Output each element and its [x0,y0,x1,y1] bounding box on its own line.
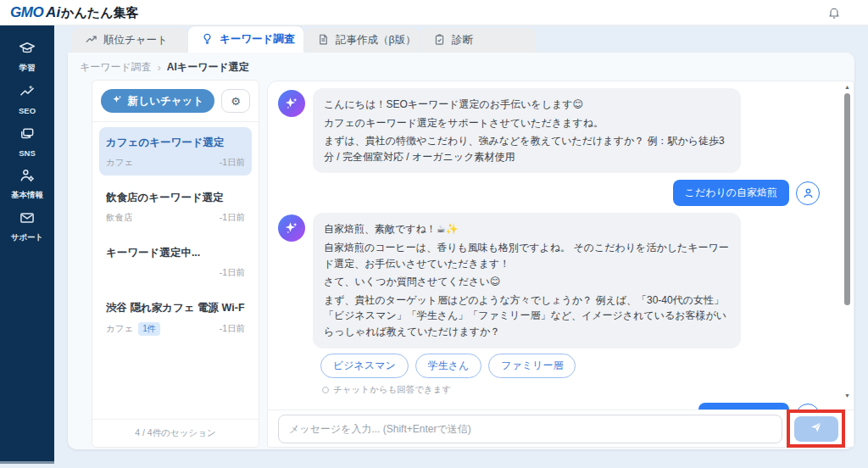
trend-sparkle-icon [19,83,36,103]
ai-avatar-sparkle-icon [278,90,305,117]
breadcrumb-parent[interactable]: キーワード調査 [80,60,152,75]
message-paragraph: 自家焙煎のコーヒーは、香りも風味も格別ですよね。 そのこだわりを活かしたキーワー… [324,240,730,271]
user-message: こだわりの自家焙煎 [278,180,820,206]
hint-circle-icon [322,387,329,393]
document-icon [317,33,330,48]
clipboard-check-icon [433,33,446,48]
user-message-bubble: 30-40代の女性 [698,403,789,410]
settings-gear-icon[interactable]: ⚙ [221,89,250,113]
sidebar-item-label: サポート [11,232,44,243]
top-header-bar: GMO Ai かんたん集客 [0,0,868,25]
session-title: キーワード選定中... [106,246,245,260]
session-tag: 飲食店 [106,212,133,224]
app-logo: GMO Ai かんたん集客 [10,4,139,21]
trend-chart-icon [85,33,97,48]
message-paragraph: こんにちは！SEOキーワード選定のお手伝いをします😊 [324,97,730,113]
sidebar-item-label: SEO [19,106,36,115]
session-time: -1日前 [220,323,245,335]
mail-icon [19,209,36,230]
session-list-header: 新しいチャット ⚙ [92,81,259,121]
notification-bell-icon[interactable] [827,6,841,20]
session-time: -1日前 [220,267,245,279]
sidebar-item-seo[interactable]: SEO [0,78,54,120]
breadcrumb-separator: › [158,62,161,74]
ai-message: 自家焙煎、素敵ですね！☕✨ 自家焙煎のコーヒーは、香りも風味も格別ですよね。 そ… [278,213,842,348]
suggestion-chip-student[interactable]: 学生さん [415,354,482,378]
main-tab-bar: 順位チャート キーワード調査 記事作成（β版） 診断 [72,26,536,53]
session-item-cafe-selected[interactable]: カフェのキーワード選定 カフェ -1日前 [99,127,252,176]
content-card: キーワード調査 › AIキーワード選定 新しいチャット ⚙ カフェのキーワード選… [68,53,854,449]
message-input[interactable] [278,415,782,443]
tab-label: 順位チャート [103,33,168,47]
send-button[interactable] [794,416,838,442]
chat-panel: こんにちは！SEOキーワード選定のお手伝いをします😊 カフェのキーワード選定をサ… [267,81,854,448]
app-window: GMO Ai かんたん集客 学習 SEO SNS 基本情報 サポート [0,0,868,468]
session-item-shibuya[interactable]: 渋谷 隠れ家カフェ 電源 Wi-Fi カフェ 1件 -1日前 [99,292,252,343]
chat-message-area: こんにちは！SEOキーワード選定のお手伝いをします😊 カフェのキーワード選定をサ… [268,81,842,410]
hint-text: チャットからも回答できます [333,384,451,396]
lightbulb-icon [201,32,214,47]
paper-plane-icon [810,421,823,437]
ai-message: こんにちは！SEOキーワード選定のお手伝いをします😊 カフェのキーワード選定をサ… [278,88,842,173]
message-paragraph: カフェのキーワード選定をサポートさせていただきますね。 [324,115,730,131]
session-list-panel: 新しいチャット ⚙ カフェのキーワード選定 カフェ -1日前 飲食店のキーワード… [92,80,259,448]
session-item-restaurant[interactable]: 飲食店のキーワード選定 飲食店 -1日前 [99,182,252,231]
logo-gmo-text: GMO [10,4,43,21]
sidebar-item-label: SNS [19,148,36,158]
tab-article-creation[interactable]: 記事作成（β版） [304,28,420,53]
ai-message-bubble: こんにちは！SEOキーワード選定のお手伝いをします😊 カフェのキーワード選定をサ… [313,88,741,173]
graduation-cap-icon [19,40,36,60]
session-item-in-progress[interactable]: キーワード選定中... -1日前 [99,237,252,286]
tab-label: 診断 [452,33,473,47]
session-count-footer: 4 / 4件のセッション [92,419,259,447]
sidebar-nav: 学習 SEO SNS 基本情報 サポート [0,25,54,461]
tab-diagnosis[interactable]: 診断 [420,28,536,53]
message-paragraph: さて、いくつか質問させてください😊 [324,274,730,290]
message-paragraph: まずは、貴社の特徴やこだわり、強みなどを教えていただけますか？ 例：駅から徒歩3… [324,133,730,164]
ai-message-bubble: 自家焙煎、素敵ですね！☕✨ 自家焙煎のコーヒーは、香りも風味も格別ですよね。 そ… [313,213,741,348]
scrollbar-up-arrow[interactable]: ▲ [843,84,851,91]
suggestion-chip-family[interactable]: ファミリー層 [488,354,576,378]
user-message-bubble: こだわりの自家焙煎 [673,180,789,206]
sidebar-item-label: 学習 [19,63,36,74]
window-bottom-edge [0,461,54,464]
session-title: 渋谷 隠れ家カフェ 電源 Wi-Fi [106,301,245,315]
send-button-area [794,416,838,442]
user-avatar-icon [796,181,820,205]
chat-scrollbar[interactable]: ▲ ▼ [843,84,851,399]
session-list: カフェのキーワード選定 カフェ -1日前 飲食店のキーワード選定 飲食店 -1日… [92,122,259,354]
session-time: -1日前 [220,212,245,224]
session-tag: カフェ [106,323,133,335]
tab-keyword-research[interactable]: キーワード調査 [188,26,303,53]
ai-avatar-sparkle-icon [278,214,305,242]
new-chat-label: 新しいチャット [128,94,203,109]
logo-ai-text: Ai [46,4,60,21]
user-message: 30-40代の女性 [278,403,820,410]
chat-bubbles-icon [19,125,36,146]
session-title: 飲食店のキーワード選定 [106,191,245,205]
sidebar-item-basic-info[interactable]: 基本情報 [0,163,54,205]
user-avatar-icon [796,404,820,410]
sidebar-item-support[interactable]: サポート [0,205,54,248]
breadcrumb-current: AIキーワード選定 [167,60,249,75]
message-input-bar [268,410,854,447]
tab-rank-chart[interactable]: 順位チャート [72,28,187,53]
logo-suffix-text: かんたん集客 [61,5,138,21]
sidebar-item-label: 基本情報 [11,190,43,201]
new-chat-button[interactable]: 新しいチャット [101,89,214,113]
scrollbar-down-arrow[interactable]: ▼ [843,393,851,399]
sidebar-item-sns[interactable]: SNS [0,120,54,163]
message-paragraph: まず、貴社のターゲット層はどのような方々でしょうか？ 例えば、「30-40代の女… [324,292,730,340]
tab-label: キーワード調査 [220,32,294,47]
sidebar-item-learning[interactable]: 学習 [0,36,54,78]
gear-glyph: ⚙ [231,95,241,108]
suggestion-chip-businessman[interactable]: ビジネスマン [320,354,409,378]
scrollbar-thumb[interactable] [844,93,850,305]
suggestion-chip-row: ビジネスマン 学生さん ファミリー層 [320,354,842,378]
person-gear-icon [19,167,36,187]
breadcrumb: キーワード調査 › AIキーワード選定 [80,60,249,75]
session-title: カフェのキーワード選定 [106,136,245,150]
tab-label: 記事作成（β版） [336,33,416,47]
message-paragraph: 自家焙煎、素敵ですね！☕✨ [324,221,730,237]
chat-hint: チャットからも回答できます [322,384,842,396]
